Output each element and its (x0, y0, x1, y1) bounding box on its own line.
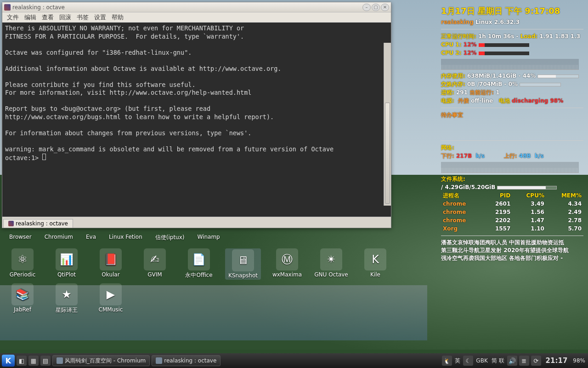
menu-item[interactable]: 设置 (94, 13, 106, 22)
tray-icon[interactable]: ☾ (463, 356, 473, 366)
icon-label: GVIM (147, 271, 162, 278)
menu-item[interactable]: 书签 (77, 13, 89, 22)
app-icon: K (364, 248, 386, 270)
app-icon: 📚 (11, 283, 34, 305)
volume-icon[interactable]: 🔊 (507, 356, 517, 366)
clock-date: 1月17日 星期日 下午 9:17:08 (441, 5, 583, 17)
icon-label: wxMaxima (272, 271, 302, 278)
menu-item[interactable]: 编辑 (24, 13, 36, 22)
system-monitor-overlay: 1月17日 星期日 下午 9:17:08 realasking Linux 2.… (441, 5, 583, 262)
desktop-icon[interactable]: 📊QtiPlot (49, 248, 85, 280)
k-menu-button[interactable]: K (2, 355, 15, 367)
desktop-icon-grid: ⚛GPeriodic📊QtiPlot📕Okular✍GVIM📄永中Office🖥… (5, 248, 432, 314)
terminal-tab[interactable]: realasking : octave (3, 219, 73, 228)
desktop-row-labels: BrowserChromiumEvaLinux Fetion信使(iptux)W… (9, 234, 220, 242)
tab-bar[interactable]: realasking : octave (2, 217, 391, 228)
app-icon: 📕 (100, 248, 122, 270)
icon-label: QtiPlot (57, 271, 76, 278)
desktop-icon[interactable]: 📄永中Office (181, 248, 217, 280)
app-icon: 📊 (56, 248, 78, 270)
scrollbar[interactable] (384, 43, 391, 206)
taskbar-task[interactable]: 风雨钝剑_百度空间 - Chromium (52, 355, 150, 366)
desktop-icon[interactable]: ▶CMMusic (93, 283, 129, 314)
icon-label: GPeriodic (10, 271, 36, 278)
icon-label: Okular (102, 271, 119, 278)
app-icon: Ⓜ (276, 248, 298, 270)
app-icon (4, 4, 11, 11)
net-graph (441, 162, 579, 173)
app-icon: ✍ (144, 248, 166, 270)
desktop-switcher-icon[interactable]: ▦ (28, 356, 39, 366)
app-icon: 🖥 (232, 249, 254, 271)
menu-item[interactable]: 查看 (42, 13, 54, 22)
menu-item[interactable]: 文件 (7, 13, 19, 22)
activity-icon[interactable]: ◧ (17, 356, 27, 366)
cpu-graph (441, 59, 579, 70)
desktop-icon[interactable]: ★星际译王 (49, 283, 85, 314)
desktop-icon[interactable]: ✍GVIM (137, 248, 173, 280)
menu-item[interactable]: 帮助 (112, 13, 124, 22)
terminal-output[interactable]: There is ABSOLUTELY NO WARRANTY; not eve… (2, 23, 391, 217)
taskbar[interactable]: K ◧ ▦ ▤ 风雨钝剑_百度空间 - Chromium realasking … (0, 353, 588, 368)
icon-label: 星际译王 (56, 306, 78, 314)
ime-indicator[interactable]: 英 (454, 357, 461, 365)
desktop-icon[interactable]: ✴GNU Octave (313, 248, 349, 280)
tab-icon (8, 221, 14, 226)
taskbar-task[interactable]: realasking : octave (152, 355, 220, 366)
updates-tray-icon[interactable]: ⟳ (531, 356, 541, 366)
desktop-icon[interactable]: 📚JabRef (5, 283, 40, 314)
close-button[interactable]: ✕ (381, 4, 389, 11)
icon-label: 永中Office (185, 271, 212, 279)
icon-label: Kile (370, 271, 380, 278)
window-title: realasking : octave (12, 4, 362, 11)
konsole-window[interactable]: realasking : octave – ▢ ✕ 文件编辑查看回滚书签设置帮助… (2, 2, 391, 228)
process-table: 进程名PIDCPU%MEM% chrome26013.494.34chrome2… (441, 191, 583, 233)
app-icon: ★ (56, 283, 78, 305)
desktop-icon[interactable]: KKile (357, 248, 393, 280)
taskbar-clock[interactable]: 21:17 (543, 356, 571, 365)
app-icon: ▶ (100, 283, 122, 305)
minimize-button[interactable]: – (362, 4, 371, 11)
app-icon: ⚛ (11, 248, 34, 270)
icon-label: GNU Octave (314, 271, 348, 278)
desktop-icon[interactable]: 🖥KSnapshot (225, 248, 261, 280)
ime-mode[interactable]: 简 联 (491, 357, 505, 365)
menu-bar[interactable]: 文件编辑查看回滚书签设置帮助 (2, 12, 391, 23)
icon-label: CMMusic (99, 306, 123, 313)
titlebar[interactable]: realasking : octave – ▢ ✕ (2, 2, 391, 12)
maximize-button[interactable]: ▢ (372, 4, 380, 11)
network-tray-icon[interactable]: ≣ (519, 356, 529, 366)
tux-tray-icon[interactable]: 🐧 (442, 356, 452, 366)
menu-item[interactable]: 回滚 (59, 13, 71, 22)
battery-tray[interactable]: 98% (572, 357, 586, 364)
icon-label: KSnapshot (228, 272, 258, 279)
pager-icon[interactable]: ▤ (40, 356, 51, 366)
encoding-indicator[interactable]: GBK (475, 357, 488, 364)
app-icon: ✴ (320, 248, 342, 270)
desktop-icon[interactable]: 📕Okular (93, 248, 129, 280)
desktop-icon[interactable]: ⓂwxMaxima (269, 248, 305, 280)
icon-label: JabRef (14, 306, 31, 313)
desktop-icon[interactable]: ⚛GPeriodic (5, 248, 40, 280)
app-icon: 📄 (188, 248, 210, 270)
